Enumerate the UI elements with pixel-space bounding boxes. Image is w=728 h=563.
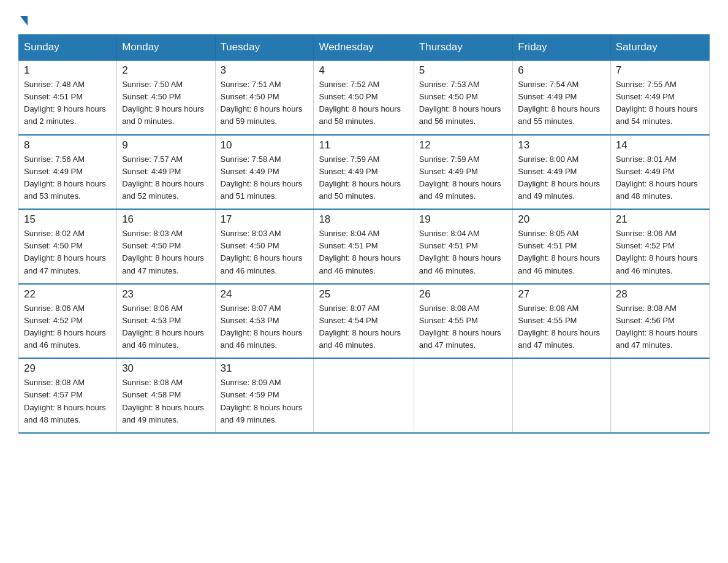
calendar-cell: 2Sunrise: 7:50 AMSunset: 4:50 PMDaylight… xyxy=(117,60,215,135)
calendar-cell: 28Sunrise: 8:08 AMSunset: 4:56 PMDayligh… xyxy=(610,284,709,359)
day-number: 23 xyxy=(122,288,210,301)
day-info: Sunrise: 7:53 AMSunset: 4:50 PMDaylight:… xyxy=(419,79,508,128)
calendar-cell: 11Sunrise: 7:59 AMSunset: 4:49 PMDayligh… xyxy=(314,135,414,210)
calendar-cell: 7Sunrise: 7:55 AMSunset: 4:49 PMDaylight… xyxy=(610,60,709,135)
calendar-cell: 13Sunrise: 8:00 AMSunset: 4:49 PMDayligh… xyxy=(513,135,610,210)
day-number: 6 xyxy=(518,64,605,77)
day-info: Sunrise: 8:01 AMSunset: 4:49 PMDaylight:… xyxy=(616,153,704,203)
calendar-cell: 26Sunrise: 8:08 AMSunset: 4:55 PMDayligh… xyxy=(414,284,513,359)
calendar-week-row: 8Sunrise: 7:56 AMSunset: 4:49 PMDaylight… xyxy=(19,135,710,210)
calendar-cell xyxy=(513,358,610,433)
day-number: 21 xyxy=(616,213,704,226)
day-number: 29 xyxy=(24,362,112,375)
calendar-cell: 27Sunrise: 8:08 AMSunset: 4:55 PMDayligh… xyxy=(513,284,610,359)
day-info: Sunrise: 7:50 AMSunset: 4:50 PMDaylight:… xyxy=(122,79,210,128)
day-number: 19 xyxy=(419,213,508,226)
day-info: Sunrise: 8:08 AMSunset: 4:56 PMDaylight:… xyxy=(616,302,704,352)
day-number: 3 xyxy=(221,64,309,77)
col-header-saturday: Saturday xyxy=(610,35,709,61)
calendar-cell: 8Sunrise: 7:56 AMSunset: 4:49 PMDaylight… xyxy=(19,135,117,210)
col-header-tuesday: Tuesday xyxy=(215,35,314,61)
calendar-week-row: 22Sunrise: 8:06 AMSunset: 4:52 PMDayligh… xyxy=(19,284,710,359)
day-number: 11 xyxy=(319,139,408,151)
day-info: Sunrise: 8:00 AMSunset: 4:49 PMDaylight:… xyxy=(518,153,605,203)
day-number: 4 xyxy=(319,64,408,77)
calendar-cell: 4Sunrise: 7:52 AMSunset: 4:50 PMDaylight… xyxy=(314,60,414,135)
day-info: Sunrise: 8:08 AMSunset: 4:58 PMDaylight:… xyxy=(122,377,210,426)
day-number: 18 xyxy=(319,213,408,226)
day-number: 16 xyxy=(122,213,210,226)
day-number: 2 xyxy=(122,64,210,77)
calendar-cell: 29Sunrise: 8:08 AMSunset: 4:57 PMDayligh… xyxy=(19,358,117,433)
calendar-cell: 24Sunrise: 8:07 AMSunset: 4:53 PMDayligh… xyxy=(215,284,314,359)
day-info: Sunrise: 7:56 AMSunset: 4:49 PMDaylight:… xyxy=(24,153,112,203)
col-header-sunday: Sunday xyxy=(19,35,117,61)
day-number: 22 xyxy=(24,288,112,301)
day-number: 26 xyxy=(419,288,508,301)
day-info: Sunrise: 8:08 AMSunset: 4:55 PMDaylight:… xyxy=(419,302,508,352)
day-info: Sunrise: 7:57 AMSunset: 4:49 PMDaylight:… xyxy=(122,153,210,203)
calendar-cell: 15Sunrise: 8:02 AMSunset: 4:50 PMDayligh… xyxy=(19,209,117,284)
calendar-cell: 16Sunrise: 8:03 AMSunset: 4:50 PMDayligh… xyxy=(117,209,215,284)
day-number: 27 xyxy=(518,288,605,301)
calendar-week-row: 1Sunrise: 7:48 AMSunset: 4:51 PMDaylight… xyxy=(19,60,710,135)
calendar-cell: 20Sunrise: 8:05 AMSunset: 4:51 PMDayligh… xyxy=(513,209,610,284)
day-info: Sunrise: 7:54 AMSunset: 4:49 PMDaylight:… xyxy=(518,79,605,128)
day-info: Sunrise: 8:09 AMSunset: 4:59 PMDaylight:… xyxy=(221,377,309,426)
day-info: Sunrise: 8:06 AMSunset: 4:53 PMDaylight:… xyxy=(122,302,210,352)
day-number: 15 xyxy=(24,213,112,226)
day-number: 31 xyxy=(221,362,309,375)
day-number: 14 xyxy=(616,139,704,151)
calendar-cell: 10Sunrise: 7:58 AMSunset: 4:49 PMDayligh… xyxy=(215,135,314,210)
calendar-cell xyxy=(314,358,414,433)
day-number: 20 xyxy=(518,213,605,226)
day-number: 24 xyxy=(221,288,309,301)
day-number: 30 xyxy=(122,362,210,375)
calendar-cell: 18Sunrise: 8:04 AMSunset: 4:51 PMDayligh… xyxy=(314,209,414,284)
day-info: Sunrise: 8:07 AMSunset: 4:54 PMDaylight:… xyxy=(319,302,408,352)
day-info: Sunrise: 8:02 AMSunset: 4:50 PMDaylight:… xyxy=(24,228,112,277)
day-number: 13 xyxy=(518,139,605,151)
calendar-cell: 12Sunrise: 7:59 AMSunset: 4:49 PMDayligh… xyxy=(414,135,513,210)
col-header-friday: Friday xyxy=(513,35,610,61)
calendar-cell xyxy=(610,358,709,433)
col-header-thursday: Thursday xyxy=(414,35,513,61)
calendar-cell: 9Sunrise: 7:57 AMSunset: 4:49 PMDaylight… xyxy=(117,135,215,210)
day-info: Sunrise: 7:52 AMSunset: 4:50 PMDaylight:… xyxy=(319,79,408,128)
calendar-week-row: 29Sunrise: 8:08 AMSunset: 4:57 PMDayligh… xyxy=(19,358,710,433)
day-number: 8 xyxy=(24,139,112,151)
day-info: Sunrise: 7:55 AMSunset: 4:49 PMDaylight:… xyxy=(616,79,704,128)
day-info: Sunrise: 7:51 AMSunset: 4:50 PMDaylight:… xyxy=(221,79,309,128)
day-number: 5 xyxy=(419,64,508,77)
day-info: Sunrise: 7:48 AMSunset: 4:51 PMDaylight:… xyxy=(24,79,112,128)
calendar-week-row: 15Sunrise: 8:02 AMSunset: 4:50 PMDayligh… xyxy=(19,209,710,284)
calendar-table: SundayMondayTuesdayWednesdayThursdayFrid… xyxy=(18,34,710,434)
day-number: 7 xyxy=(616,64,704,77)
calendar-cell: 25Sunrise: 8:07 AMSunset: 4:54 PMDayligh… xyxy=(314,284,414,359)
day-info: Sunrise: 8:04 AMSunset: 4:51 PMDaylight:… xyxy=(419,228,508,277)
calendar-cell: 30Sunrise: 8:08 AMSunset: 4:58 PMDayligh… xyxy=(117,358,215,433)
calendar-header-row: SundayMondayTuesdayWednesdayThursdayFrid… xyxy=(19,35,710,61)
calendar-cell: 21Sunrise: 8:06 AMSunset: 4:52 PMDayligh… xyxy=(610,209,709,284)
calendar-cell: 5Sunrise: 7:53 AMSunset: 4:50 PMDaylight… xyxy=(414,60,513,135)
calendar-cell xyxy=(414,358,513,433)
day-info: Sunrise: 8:03 AMSunset: 4:50 PMDaylight:… xyxy=(122,228,210,277)
day-number: 25 xyxy=(319,288,408,301)
calendar-cell: 17Sunrise: 8:03 AMSunset: 4:50 PMDayligh… xyxy=(215,209,314,284)
calendar-cell: 22Sunrise: 8:06 AMSunset: 4:52 PMDayligh… xyxy=(19,284,117,359)
calendar-cell: 14Sunrise: 8:01 AMSunset: 4:49 PMDayligh… xyxy=(610,135,709,210)
day-info: Sunrise: 8:06 AMSunset: 4:52 PMDaylight:… xyxy=(24,302,112,352)
day-info: Sunrise: 7:59 AMSunset: 4:49 PMDaylight:… xyxy=(419,153,508,203)
day-info: Sunrise: 8:03 AMSunset: 4:50 PMDaylight:… xyxy=(221,228,309,277)
day-info: Sunrise: 8:06 AMSunset: 4:52 PMDaylight:… xyxy=(616,228,704,277)
day-info: Sunrise: 8:05 AMSunset: 4:51 PMDaylight:… xyxy=(518,228,605,277)
col-header-wednesday: Wednesday xyxy=(314,35,414,61)
day-info: Sunrise: 8:08 AMSunset: 4:55 PMDaylight:… xyxy=(518,302,605,352)
logo xyxy=(18,12,28,25)
calendar-cell: 1Sunrise: 7:48 AMSunset: 4:51 PMDaylight… xyxy=(19,60,117,135)
day-number: 17 xyxy=(221,213,309,226)
calendar-cell: 31Sunrise: 8:09 AMSunset: 4:59 PMDayligh… xyxy=(215,358,314,433)
calendar-cell: 6Sunrise: 7:54 AMSunset: 4:49 PMDaylight… xyxy=(513,60,610,135)
col-header-monday: Monday xyxy=(117,35,215,61)
day-info: Sunrise: 7:58 AMSunset: 4:49 PMDaylight:… xyxy=(221,153,309,203)
